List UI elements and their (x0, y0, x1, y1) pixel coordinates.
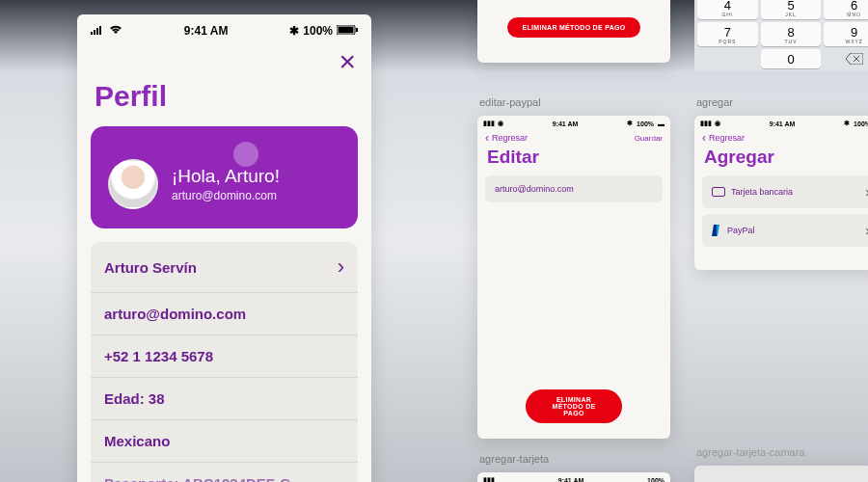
key-6[interactable]: 6MNO (824, 0, 868, 19)
chevron-left-icon: ‹ (702, 131, 706, 145)
page-title: Perfil (77, 76, 371, 126)
paypal-icon (712, 225, 721, 236)
agregar-tarjeta-stub: ▮▮▮9:41 AM100% (477, 472, 670, 482)
editar-screen: ▮▮▮◉ 9:41 AM ✱100%▬ ‹ Regresar Guardar E… (477, 116, 670, 439)
svg-rect-2 (96, 28, 98, 35)
avatar (108, 159, 158, 209)
signal-icon: ▮▮▮ (700, 120, 712, 127)
battery-pct: 100% (303, 24, 333, 38)
screen-label-agregar-camara: agregar-tarjeta-camara (696, 446, 805, 458)
delete-payment-button[interactable]: ELIMINAR MÉTODO DE PAGO (507, 17, 641, 38)
key-4[interactable]: 4GHI (697, 0, 758, 19)
greeting: ¡Hola, Arturo! (172, 166, 280, 187)
back-button[interactable]: ‹ Regresar (694, 129, 868, 147)
screen-label-agregar-tarjeta: agregar-tarjeta (479, 453, 549, 465)
svg-rect-5 (339, 27, 354, 34)
option-bank-card[interactable]: Tarjeta bancaria › (702, 175, 868, 208)
profile-screen: 9:41 AM ✱ 100% × Perfil ¡Hola, Arturo! a… (77, 14, 371, 482)
profile-row-email[interactable]: arturo@domino.com (91, 293, 358, 335)
wifi-icon: ◉ (498, 120, 503, 127)
signal-icon (91, 24, 106, 38)
chevron-left-icon: ‹ (485, 131, 489, 145)
close-icon[interactable]: × (339, 47, 356, 76)
numeric-keypad: 4GHI 5JKL 6MNO 7PQRS 8TUV 9WXYZ 0 (694, 0, 868, 71)
status-bar: ▮▮▮◉ 9:41 AM ✱100%▬ (694, 116, 868, 129)
profile-row-phone[interactable]: +52 1 1234 5678 (91, 335, 358, 378)
key-blank (697, 49, 758, 68)
agregar-screen: ▮▮▮◉ 9:41 AM ✱100%▬ ‹ Regresar Agregar T… (694, 116, 868, 270)
status-time: 9:41 AM (770, 120, 796, 127)
status-bar: 9:41 AM ✱ 100% (77, 14, 371, 43)
profile-row-name[interactable]: Arturo Servín › (91, 242, 358, 293)
svg-rect-0 (91, 32, 93, 35)
profile-hero-card[interactable]: ¡Hola, Arturo! arturo@domino.com (91, 126, 358, 228)
signal-icon: ▮▮▮ (483, 120, 495, 127)
svg-rect-6 (356, 28, 358, 32)
status-bar: ▮▮▮9:41 AM100% (477, 472, 670, 482)
profile-name-value: Arturo Servín (104, 259, 197, 276)
wifi-icon (109, 24, 122, 38)
chevron-right-icon: › (338, 254, 344, 280)
back-button[interactable]: ‹ Regresar (485, 131, 528, 145)
wifi-icon: ◉ (715, 120, 720, 127)
profile-row-age[interactable]: Edad: 38 (91, 378, 358, 420)
hero-email: arturo@domino.com (172, 189, 280, 202)
bluetooth-icon: ✱ (289, 24, 299, 38)
profile-row-passport[interactable]: Pasaporte: ABC1234DEF-G (91, 463, 358, 482)
profile-info-card: Arturo Servín › arturo@domino.com +52 1 … (91, 242, 358, 482)
profile-row-nationality[interactable]: Mexicano (91, 420, 358, 463)
screen-label-editar: editar-paypal (479, 96, 541, 108)
key-0[interactable]: 0 (761, 49, 822, 68)
save-button[interactable]: Guardar (635, 134, 663, 143)
svg-rect-1 (94, 30, 95, 35)
screen-label-agregar: agregar (696, 96, 733, 108)
agregar-camara-stub (694, 466, 868, 482)
status-time: 9:41 AM (184, 24, 229, 38)
key-9[interactable]: 9WXYZ (824, 22, 868, 46)
key-5[interactable]: 5JKL (761, 0, 822, 19)
card-icon (712, 187, 725, 197)
hero-indicator-dot (233, 142, 258, 167)
svg-rect-3 (99, 26, 101, 35)
key-delete[interactable] (824, 49, 868, 68)
delete-payment-stub: ELIMINAR MÉTODO DE PAGO (477, 0, 670, 63)
email-field[interactable]: arturo@domino.com (485, 175, 663, 202)
key-8[interactable]: 8TUV (761, 22, 822, 46)
editar-title: Editar (477, 147, 670, 175)
status-bar: ▮▮▮◉ 9:41 AM ✱100%▬ (477, 116, 670, 129)
status-time: 9:41 AM (553, 120, 579, 127)
key-7[interactable]: 7PQRS (697, 22, 758, 46)
battery-icon (337, 24, 358, 38)
agregar-title: Agregar (694, 147, 868, 175)
option-paypal[interactable]: PayPal › (702, 214, 868, 247)
delete-payment-button[interactable]: ELIMINAR MÉTODO DE PAGO (526, 389, 622, 423)
